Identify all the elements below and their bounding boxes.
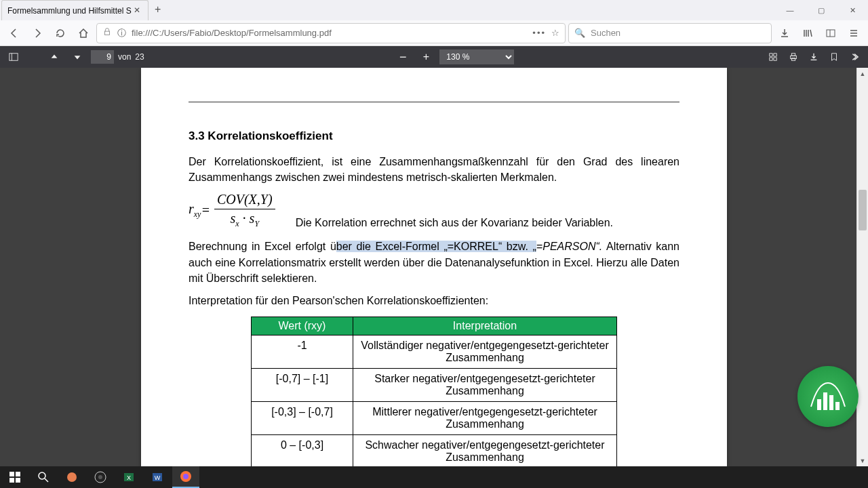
taskbar-app-obs[interactable] — [87, 466, 114, 488]
formula-row: rxy = COV(X,Y) sx · sY Die Korrelation e… — [189, 192, 679, 229]
table-header-interpretation: Interpretation — [353, 317, 617, 336]
browser-tab[interactable]: Formelsammlung und Hilfsmittel S ✕ — [1, 0, 149, 20]
svg-rect-0 — [105, 31, 110, 35]
search-icon: 🔍 — [574, 28, 585, 38]
svg-text:W: W — [155, 474, 161, 481]
taskbar-app-excel[interactable]: X — [115, 466, 142, 488]
title-bar: Formelsammlung und Hilfsmittel S ✕ + — ▢… — [0, 0, 868, 20]
paragraph-1: Der Korrelationskoeffizient, ist eine Zu… — [189, 154, 679, 185]
paragraph-3: Interpretation für den Pearson'schen Kor… — [189, 293, 679, 308]
svg-rect-9 — [823, 392, 827, 410]
svg-rect-12 — [9, 472, 14, 476]
scrollbar-thumb[interactable] — [859, 190, 867, 230]
pdf-toolbar: von 23 − + 130 % — [0, 46, 868, 68]
window-controls: — ▢ ✕ — [774, 0, 868, 20]
scroll-up-arrow[interactable]: ▲ — [857, 68, 868, 79]
tools-button[interactable] — [845, 47, 864, 66]
svg-point-16 — [39, 472, 45, 479]
table-row: 0 – [-0,3]Schwacher negativer/entgegenge… — [252, 435, 617, 466]
download-button[interactable] — [804, 47, 823, 66]
interpretation-table: Wert (rxy) Interpretation -1Vollständige… — [251, 317, 617, 466]
svg-line-17 — [45, 479, 48, 482]
svg-rect-6 — [791, 54, 795, 56]
maximize-button[interactable]: ▢ — [806, 0, 837, 20]
zoom-select[interactable]: 130 % — [439, 49, 514, 64]
page-down-button[interactable] — [68, 47, 87, 66]
pdf-viewport[interactable]: 3.3 Korrelationskoeffizient Der Korrelat… — [0, 68, 868, 466]
svg-rect-3 — [9, 54, 18, 61]
presentation-button[interactable] — [764, 47, 783, 66]
svg-rect-13 — [16, 472, 20, 476]
taskbar: X W — [0, 466, 868, 488]
table-row: -1Vollständiger negativer/entgegengesetz… — [252, 336, 617, 369]
svg-rect-14 — [9, 478, 14, 483]
page-up-button[interactable] — [45, 47, 64, 66]
page-number-input[interactable] — [91, 50, 114, 64]
taskbar-app-1[interactable] — [58, 466, 85, 488]
library-button[interactable] — [797, 23, 818, 43]
table-row: [-0,3] – [-0,7]Mittlerer negativer/entge… — [252, 402, 617, 435]
table-header-value: Wert (rxy) — [252, 317, 353, 336]
bookmark-star-icon[interactable]: ☆ — [551, 28, 559, 38]
scroll-down-arrow[interactable]: ▼ — [857, 455, 868, 466]
svg-rect-11 — [835, 402, 840, 410]
search-bar[interactable]: 🔍 Suchen — [568, 23, 772, 43]
page-actions-icon[interactable]: ••• — [532, 28, 546, 38]
zoom-out-button[interactable]: − — [393, 47, 412, 66]
minimize-button[interactable]: — — [774, 0, 806, 20]
sidebar-button[interactable] — [821, 23, 841, 43]
window-close-button[interactable]: ✕ — [837, 0, 868, 20]
svg-point-20 — [98, 475, 102, 479]
paragraph-2: Berechnung in Excel erfolgt über die Exc… — [189, 239, 679, 286]
print-button[interactable] — [784, 47, 803, 66]
channel-badge-icon — [797, 366, 859, 427]
svg-rect-8 — [817, 399, 821, 410]
home-button[interactable] — [73, 23, 94, 43]
formula-caption: Die Korrelation errechnet sich aus der K… — [296, 217, 613, 229]
menu-button[interactable] — [844, 23, 864, 43]
tab-close-button[interactable]: ✕ — [132, 5, 142, 16]
bookmark-button[interactable] — [825, 47, 844, 66]
page-separator: von — [118, 52, 131, 62]
svg-text:X: X — [127, 474, 131, 481]
svg-rect-10 — [829, 395, 833, 410]
section-heading: 3.3 Korrelationskoeffizient — [189, 129, 679, 143]
svg-point-18 — [67, 472, 77, 482]
start-button[interactable] — [1, 466, 28, 488]
toggle-sidebar-button[interactable] — [4, 47, 23, 66]
search-placeholder: Suchen — [591, 28, 620, 38]
taskbar-app-word[interactable]: W — [144, 466, 171, 488]
url-text: file:///C:/Users/Fabio/Desktop/Formelsam… — [132, 28, 527, 38]
pdf-page: 3.3 Korrelationskoeffizient Der Korrelat… — [141, 68, 727, 466]
page-info-icon[interactable]: ⓘ — [117, 27, 126, 39]
reload-button[interactable] — [50, 23, 71, 43]
new-tab-button[interactable]: + — [149, 0, 167, 19]
forward-button[interactable] — [27, 23, 47, 43]
page-total: 23 — [135, 52, 144, 62]
vertical-scrollbar[interactable]: ▲ ▼ — [856, 68, 868, 466]
svg-rect-15 — [16, 478, 20, 483]
url-bar[interactable]: ⓘ file:///C:/Users/Fabio/Desktop/Formels… — [96, 23, 566, 43]
svg-rect-1 — [827, 30, 835, 37]
downloads-button[interactable] — [774, 23, 795, 43]
search-taskbar-button[interactable] — [30, 466, 57, 488]
text-selection: ber die Excel-Formel „=KORREL“ bzw. „ — [336, 241, 536, 252]
nav-bar: ⓘ file:///C:/Users/Fabio/Desktop/Formels… — [0, 20, 868, 46]
formula: rxy = COV(X,Y) sx · sY — [189, 192, 275, 229]
svg-point-26 — [183, 474, 189, 479]
taskbar-app-firefox[interactable] — [172, 466, 199, 488]
table-row: [-0,7] – [-1]Starker negativer/entgegeng… — [252, 369, 617, 402]
back-button[interactable] — [4, 23, 24, 43]
zoom-in-button[interactable]: + — [416, 47, 435, 66]
tab-title: Formelsammlung und Hilfsmittel S — [7, 6, 132, 16]
lock-icon — [102, 27, 112, 39]
